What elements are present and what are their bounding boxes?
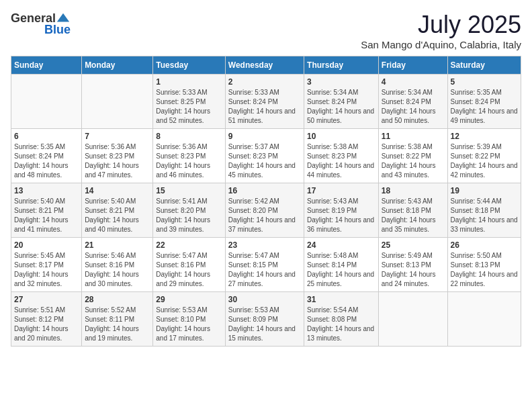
calendar-cell: 14Sunrise: 5:40 AMSunset: 8:21 PMDayligh… bbox=[82, 183, 153, 238]
day-number: 30 bbox=[228, 295, 301, 304]
logo: General Blue bbox=[11, 11, 71, 37]
day-number: 2 bbox=[228, 77, 301, 87]
calendar-cell: 18Sunrise: 5:43 AMSunset: 8:18 PMDayligh… bbox=[378, 183, 447, 238]
day-info: Sunrise: 5:37 AMSunset: 8:23 PMDaylight:… bbox=[228, 142, 301, 180]
calendar-cell: 1Sunrise: 5:33 AMSunset: 8:25 PMDaylight… bbox=[153, 75, 225, 129]
day-info: Sunrise: 5:41 AMSunset: 8:20 PMDaylight:… bbox=[156, 197, 222, 234]
day-number: 11 bbox=[382, 132, 445, 141]
day-number: 28 bbox=[85, 295, 150, 304]
calendar-cell: 21Sunrise: 5:46 AMSunset: 8:16 PMDayligh… bbox=[82, 238, 153, 292]
calendar-cell bbox=[447, 292, 521, 347]
month-title: July 2025 bbox=[361, 11, 521, 39]
location-title: San Mango d'Aquino, Calabria, Italy bbox=[361, 39, 521, 50]
day-number: 4 bbox=[382, 77, 445, 87]
calendar-cell: 17Sunrise: 5:43 AMSunset: 8:19 PMDayligh… bbox=[304, 183, 379, 238]
day-number: 16 bbox=[228, 186, 301, 195]
calendar-cell: 4Sunrise: 5:34 AMSunset: 8:24 PMDaylight… bbox=[378, 75, 447, 129]
day-number: 18 bbox=[382, 186, 445, 195]
day-info: Sunrise: 5:46 AMSunset: 8:16 PMDaylight:… bbox=[85, 251, 150, 289]
day-info: Sunrise: 5:35 AMSunset: 8:24 PMDaylight:… bbox=[451, 88, 518, 126]
svg-marker-0 bbox=[57, 13, 69, 22]
day-info: Sunrise: 5:36 AMSunset: 8:23 PMDaylight:… bbox=[85, 142, 150, 180]
calendar-cell: 22Sunrise: 5:47 AMSunset: 8:16 PMDayligh… bbox=[153, 238, 225, 292]
day-number: 21 bbox=[85, 240, 150, 250]
calendar-cell: 30Sunrise: 5:53 AMSunset: 8:09 PMDayligh… bbox=[225, 292, 304, 347]
day-info: Sunrise: 5:43 AMSunset: 8:19 PMDaylight:… bbox=[307, 197, 375, 234]
day-info: Sunrise: 5:34 AMSunset: 8:24 PMDaylight:… bbox=[382, 88, 445, 126]
day-of-week-header: Sunday bbox=[11, 56, 82, 75]
day-info: Sunrise: 5:49 AMSunset: 8:13 PMDaylight:… bbox=[382, 251, 445, 289]
day-number: 31 bbox=[307, 295, 375, 304]
header: General Blue July 2025 San Mango d'Aquin… bbox=[11, 11, 521, 50]
day-number: 19 bbox=[451, 186, 518, 195]
calendar-cell: 10Sunrise: 5:38 AMSunset: 8:23 PMDayligh… bbox=[304, 129, 379, 183]
calendar-table: SundayMondayTuesdayWednesdayThursdayFrid… bbox=[11, 56, 521, 347]
day-info: Sunrise: 5:42 AMSunset: 8:20 PMDaylight:… bbox=[228, 197, 301, 234]
day-number: 25 bbox=[382, 240, 445, 250]
day-number: 14 bbox=[85, 186, 150, 195]
calendar-cell: 29Sunrise: 5:53 AMSunset: 8:10 PMDayligh… bbox=[153, 292, 225, 347]
calendar-cell: 28Sunrise: 5:52 AMSunset: 8:11 PMDayligh… bbox=[82, 292, 153, 347]
calendar-cell: 5Sunrise: 5:35 AMSunset: 8:24 PMDaylight… bbox=[447, 75, 521, 129]
calendar-cell: 31Sunrise: 5:54 AMSunset: 8:08 PMDayligh… bbox=[304, 292, 379, 347]
day-info: Sunrise: 5:38 AMSunset: 8:22 PMDaylight:… bbox=[382, 142, 445, 180]
day-info: Sunrise: 5:33 AMSunset: 8:24 PMDaylight:… bbox=[228, 88, 301, 126]
calendar-cell: 27Sunrise: 5:51 AMSunset: 8:12 PMDayligh… bbox=[11, 292, 82, 347]
calendar-header-row: SundayMondayTuesdayWednesdayThursdayFrid… bbox=[11, 56, 521, 75]
day-number: 8 bbox=[156, 132, 222, 141]
calendar-cell: 23Sunrise: 5:47 AMSunset: 8:15 PMDayligh… bbox=[225, 238, 304, 292]
day-info: Sunrise: 5:45 AMSunset: 8:17 PMDaylight:… bbox=[14, 251, 79, 289]
calendar-cell: 24Sunrise: 5:48 AMSunset: 8:14 PMDayligh… bbox=[304, 238, 379, 292]
day-number: 27 bbox=[14, 295, 79, 304]
day-info: Sunrise: 5:52 AMSunset: 8:11 PMDaylight:… bbox=[85, 306, 150, 343]
logo-blue: Blue bbox=[44, 23, 71, 37]
day-info: Sunrise: 5:44 AMSunset: 8:18 PMDaylight:… bbox=[451, 197, 518, 234]
day-number: 15 bbox=[156, 186, 222, 195]
calendar-cell: 26Sunrise: 5:50 AMSunset: 8:13 PMDayligh… bbox=[447, 238, 521, 292]
day-number: 13 bbox=[14, 186, 79, 195]
day-info: Sunrise: 5:38 AMSunset: 8:23 PMDaylight:… bbox=[307, 142, 375, 180]
calendar-cell: 19Sunrise: 5:44 AMSunset: 8:18 PMDayligh… bbox=[447, 183, 521, 238]
calendar-week-row: 20Sunrise: 5:45 AMSunset: 8:17 PMDayligh… bbox=[11, 238, 521, 292]
calendar-cell: 25Sunrise: 5:49 AMSunset: 8:13 PMDayligh… bbox=[378, 238, 447, 292]
calendar-cell: 7Sunrise: 5:36 AMSunset: 8:23 PMDaylight… bbox=[82, 129, 153, 183]
day-number: 6 bbox=[14, 132, 79, 141]
day-info: Sunrise: 5:47 AMSunset: 8:16 PMDaylight:… bbox=[156, 251, 222, 289]
day-of-week-header: Friday bbox=[378, 56, 447, 75]
day-of-week-header: Wednesday bbox=[225, 56, 304, 75]
day-number: 22 bbox=[156, 240, 222, 250]
day-info: Sunrise: 5:36 AMSunset: 8:23 PMDaylight:… bbox=[156, 142, 222, 180]
calendar-cell: 3Sunrise: 5:34 AMSunset: 8:24 PMDaylight… bbox=[304, 75, 379, 129]
calendar-cell: 15Sunrise: 5:41 AMSunset: 8:20 PMDayligh… bbox=[153, 183, 225, 238]
calendar-cell: 9Sunrise: 5:37 AMSunset: 8:23 PMDaylight… bbox=[225, 129, 304, 183]
calendar-week-row: 1Sunrise: 5:33 AMSunset: 8:25 PMDaylight… bbox=[11, 75, 521, 129]
calendar-cell: 2Sunrise: 5:33 AMSunset: 8:24 PMDaylight… bbox=[225, 75, 304, 129]
day-of-week-header: Saturday bbox=[447, 56, 521, 75]
calendar-week-row: 27Sunrise: 5:51 AMSunset: 8:12 PMDayligh… bbox=[11, 292, 521, 347]
day-info: Sunrise: 5:43 AMSunset: 8:18 PMDaylight:… bbox=[382, 197, 445, 234]
calendar-cell: 8Sunrise: 5:36 AMSunset: 8:23 PMDaylight… bbox=[153, 129, 225, 183]
day-info: Sunrise: 5:50 AMSunset: 8:13 PMDaylight:… bbox=[451, 251, 518, 289]
day-info: Sunrise: 5:40 AMSunset: 8:21 PMDaylight:… bbox=[85, 197, 150, 234]
day-number: 23 bbox=[228, 240, 301, 250]
calendar-cell: 20Sunrise: 5:45 AMSunset: 8:17 PMDayligh… bbox=[11, 238, 82, 292]
day-info: Sunrise: 5:34 AMSunset: 8:24 PMDaylight:… bbox=[307, 88, 375, 126]
day-info: Sunrise: 5:51 AMSunset: 8:12 PMDaylight:… bbox=[14, 306, 79, 343]
day-info: Sunrise: 5:33 AMSunset: 8:25 PMDaylight:… bbox=[156, 88, 222, 126]
day-info: Sunrise: 5:40 AMSunset: 8:21 PMDaylight:… bbox=[14, 197, 79, 234]
day-info: Sunrise: 5:53 AMSunset: 8:10 PMDaylight:… bbox=[156, 306, 222, 343]
day-info: Sunrise: 5:35 AMSunset: 8:24 PMDaylight:… bbox=[14, 142, 79, 180]
day-info: Sunrise: 5:53 AMSunset: 8:09 PMDaylight:… bbox=[228, 306, 301, 343]
calendar-cell bbox=[82, 75, 153, 129]
day-number: 9 bbox=[228, 132, 301, 141]
day-number: 12 bbox=[451, 132, 518, 141]
day-info: Sunrise: 5:39 AMSunset: 8:22 PMDaylight:… bbox=[451, 142, 518, 180]
calendar-cell: 6Sunrise: 5:35 AMSunset: 8:24 PMDaylight… bbox=[11, 129, 82, 183]
calendar-week-row: 13Sunrise: 5:40 AMSunset: 8:21 PMDayligh… bbox=[11, 183, 521, 238]
day-of-week-header: Thursday bbox=[304, 56, 379, 75]
day-number: 26 bbox=[451, 240, 518, 250]
calendar-week-row: 6Sunrise: 5:35 AMSunset: 8:24 PMDaylight… bbox=[11, 129, 521, 183]
calendar-cell: 11Sunrise: 5:38 AMSunset: 8:22 PMDayligh… bbox=[378, 129, 447, 183]
calendar-cell: 12Sunrise: 5:39 AMSunset: 8:22 PMDayligh… bbox=[447, 129, 521, 183]
day-of-week-header: Tuesday bbox=[153, 56, 225, 75]
